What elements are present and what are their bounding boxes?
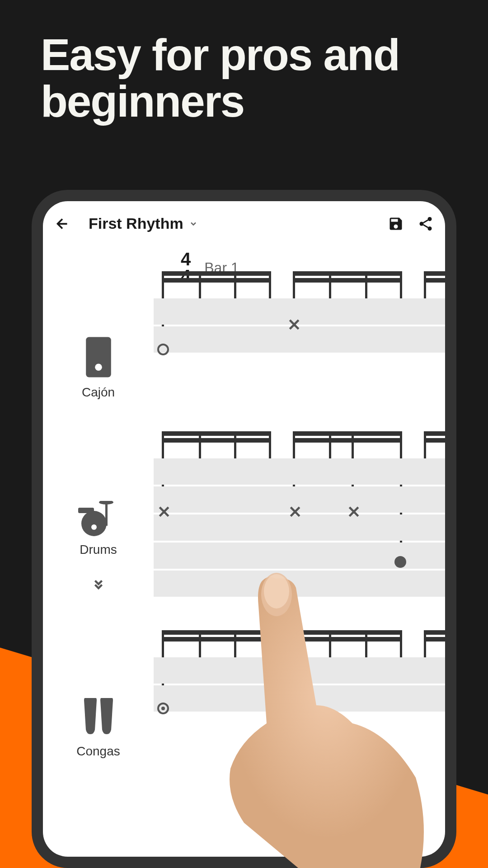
congas-icon [80, 693, 117, 739]
congas-panel[interactable]: Congas [43, 657, 154, 759]
phone-screen: First Rhythm 4 4 Bar 1 [43, 201, 445, 857]
congas-label: Congas [76, 744, 120, 759]
drums-label: Drums [80, 542, 117, 557]
drums-icon [76, 501, 121, 537]
svg-rect-3 [86, 337, 111, 377]
back-arrow-icon[interactable] [54, 216, 70, 232]
congas-section: Congas [43, 657, 445, 759]
header-actions [388, 216, 434, 232]
cajon-panel[interactable]: Cajón [43, 298, 154, 400]
app-header: First Rhythm [43, 201, 445, 246]
congas-notation[interactable] [154, 657, 445, 759]
cajon-label: Cajón [82, 385, 115, 400]
expand-down-icon[interactable] [90, 576, 107, 592]
cajon-icon [83, 335, 114, 380]
phone-frame: First Rhythm 4 4 Bar 1 [32, 190, 456, 868]
svg-point-1 [420, 222, 424, 226]
share-icon[interactable] [418, 216, 434, 232]
chevron-down-icon [189, 219, 198, 228]
svg-point-8 [81, 511, 107, 536]
drums-notation[interactable]: ✕ ✕ ✕ [154, 458, 445, 599]
note-dot [394, 556, 406, 568]
cajon-section: Cajón [43, 298, 445, 400]
svg-point-4 [95, 363, 102, 371]
svg-point-0 [428, 217, 432, 221]
save-icon[interactable] [388, 216, 404, 232]
title-dropdown[interactable]: First Rhythm [89, 215, 379, 232]
note-x: ✕ [157, 503, 171, 522]
time-sig-top: 4 [181, 250, 191, 268]
note-x: ✕ [287, 316, 301, 335]
cajon-notation[interactable]: ✕ [154, 298, 445, 400]
note-open [157, 344, 169, 355]
drums-panel[interactable]: Drums [43, 458, 154, 599]
note-target [157, 703, 169, 714]
project-title: First Rhythm [89, 215, 183, 232]
headline-text: Easy for pros and beginners [41, 32, 461, 125]
note-x: ✕ [288, 503, 302, 522]
drums-section: Drums [43, 458, 445, 599]
svg-point-2 [428, 226, 432, 231]
svg-point-6 [99, 501, 113, 505]
note-x: ✕ [347, 503, 361, 522]
svg-point-9 [91, 524, 97, 530]
